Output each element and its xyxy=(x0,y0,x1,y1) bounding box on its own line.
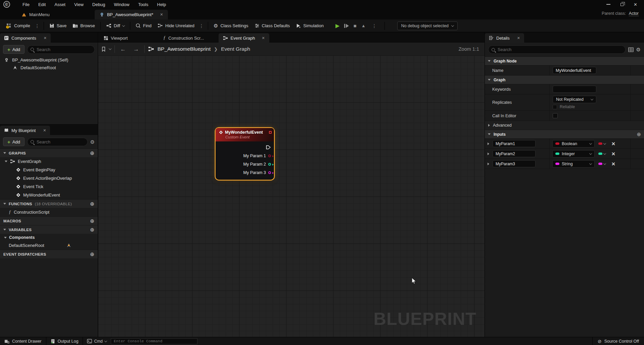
minimize-icon[interactable] xyxy=(606,4,610,5)
close-tab-icon[interactable]: ✕ xyxy=(160,12,163,17)
graphs-section-header[interactable]: GRAPHS ⊕ xyxy=(0,148,98,157)
param1-container-type-dropdown[interactable] xyxy=(598,142,606,145)
frame-skip-icon[interactable] xyxy=(344,24,349,28)
param2-container-type-dropdown[interactable] xyxy=(598,153,606,155)
details-search-input[interactable] xyxy=(498,47,622,52)
back-arrow-icon[interactable]: ← xyxy=(118,46,128,52)
add-macro-icon[interactable]: ⊕ xyxy=(90,218,94,223)
add-input-icon[interactable]: ⊕ xyxy=(637,131,641,137)
event-begin-play-item[interactable]: Event BeginPlay xyxy=(0,166,98,174)
graph-node-category[interactable]: Graph Node xyxy=(485,56,644,65)
diff-button[interactable]: Diff xyxy=(103,21,128,30)
construction-script-item[interactable]: ƒ ConstructionScript xyxy=(0,208,98,216)
param1-type-dropdown[interactable]: Boolean xyxy=(552,140,595,147)
name-input[interactable] xyxy=(553,67,596,74)
cmd-selector[interactable]: Cmd xyxy=(83,337,110,345)
expand-triangle-icon[interactable] xyxy=(488,142,489,145)
delegate-pin[interactable] xyxy=(269,131,272,134)
close-event-graph-icon[interactable]: ✕ xyxy=(262,36,265,40)
param1-name-input[interactable] xyxy=(493,140,536,147)
forward-arrow-icon[interactable]: → xyxy=(131,46,141,52)
menu-asset[interactable]: Asset xyxy=(50,0,70,9)
tab-viewport[interactable]: Viewport xyxy=(99,33,132,43)
debug-object-dropdown[interactable]: No debug object selected xyxy=(397,21,458,30)
my-blueprint-search[interactable] xyxy=(27,138,88,146)
replicates-dropdown[interactable]: Not Replicated xyxy=(553,96,596,103)
functions-section-header[interactable]: FUNCTIONS (18 OVERRIDABLE) ⊕ xyxy=(0,199,98,208)
tab-my-blueprint[interactable]: My Blueprint ✕ xyxy=(0,126,50,135)
details-search[interactable] xyxy=(488,45,626,54)
keywords-input[interactable] xyxy=(553,86,596,93)
add-function-icon[interactable]: ⊕ xyxy=(90,201,94,206)
remove-param2-icon[interactable]: ✕ xyxy=(611,151,615,157)
string-pin-icon[interactable] xyxy=(268,171,271,174)
blueprint-settings-gear-icon[interactable]: ⚙ xyxy=(90,139,95,144)
remove-param1-icon[interactable]: ✕ xyxy=(611,141,615,146)
details-settings-gear-icon[interactable]: ⚙ xyxy=(636,47,641,52)
close-details-icon[interactable]: ✕ xyxy=(517,36,520,40)
content-drawer-button[interactable]: Content Drawer xyxy=(0,337,46,345)
param2-name-input[interactable] xyxy=(493,150,536,157)
inputs-category[interactable]: Inputs ⊕ xyxy=(485,130,644,138)
param3-name-input[interactable] xyxy=(493,160,536,167)
close-my-blueprint-icon[interactable]: ✕ xyxy=(43,128,46,133)
class-defaults-button[interactable]: Class Defaults xyxy=(251,21,293,30)
event-dispatchers-section-header[interactable]: EVENT DISPATCHERS ⊕ xyxy=(0,250,98,258)
stop-icon[interactable]: ■ xyxy=(354,23,357,28)
variables-default-scene-root-item[interactable]: DefaultSceneRoot xyxy=(0,241,98,250)
param3-container-type-dropdown[interactable] xyxy=(598,163,606,165)
param3-type-dropdown[interactable]: String xyxy=(552,160,595,168)
variables-section-header[interactable]: VARIABLES ⊕ xyxy=(0,225,98,234)
display-filter-icon[interactable] xyxy=(628,47,634,52)
add-component-button[interactable]: + Add xyxy=(3,45,25,54)
remove-param3-icon[interactable]: ✕ xyxy=(611,161,615,167)
event-tick-item[interactable]: Event Tick xyxy=(0,182,98,191)
output-log-button[interactable]: Output Log xyxy=(46,337,83,345)
components-search[interactable] xyxy=(27,45,95,54)
component-tree-root[interactable]: BP_AwesomeBlueprint (Self) xyxy=(0,56,98,64)
variables-components-group[interactable]: Components xyxy=(0,234,98,241)
restore-icon[interactable] xyxy=(620,3,624,6)
menu-help[interactable]: Help xyxy=(153,0,171,9)
play-options-kebab-icon[interactable]: ⋮ xyxy=(370,22,378,30)
console-command-input[interactable] xyxy=(111,338,197,344)
tab-mainmenu[interactable]: MainMenu xyxy=(17,10,54,19)
eject-icon[interactable]: ▲ xyxy=(361,24,366,28)
find-button[interactable]: Find xyxy=(133,21,154,30)
hide-unrelated-button[interactable]: Hide Unrelated xyxy=(154,21,197,30)
compile-button[interactable]: ? Compile xyxy=(3,21,33,31)
source-control-button[interactable]: ⊘ Source Control Off xyxy=(592,337,644,345)
close-components-icon[interactable]: ✕ xyxy=(44,36,47,40)
event-graph-canvas[interactable]: MyWonderfulEvent Custom Event My Param 1… xyxy=(98,55,485,337)
node-header[interactable]: MyWonderfulEvent Custom Event xyxy=(216,128,274,141)
bookmark-chevron-icon[interactable] xyxy=(109,47,111,50)
save-button[interactable]: Save xyxy=(46,21,70,30)
add-blueprint-item-button[interactable]: + Add xyxy=(3,137,25,146)
tab-components[interactable]: Components ✕ xyxy=(0,33,51,43)
add-event-dispatcher-icon[interactable]: ⊕ xyxy=(90,252,94,257)
my-blueprint-search-input[interactable] xyxy=(37,139,84,144)
compile-options-kebab-icon[interactable]: ⋮ xyxy=(33,22,41,30)
menu-view[interactable]: View xyxy=(70,0,88,9)
add-graph-icon[interactable]: ⊕ xyxy=(90,150,94,156)
tab-construction-script[interactable]: ƒ Construction Scr... xyxy=(159,33,208,43)
parent-class-value[interactable]: Actor xyxy=(629,11,639,16)
component-tree-child[interactable]: DefaultSceneRoot xyxy=(0,64,98,72)
play-icon[interactable]: ▶ xyxy=(335,23,339,29)
breadcrumb-blueprint[interactable]: BP_AwesomeBlueprint xyxy=(157,46,211,52)
menu-tools[interactable]: Tools xyxy=(134,0,152,9)
breadcrumb-event-graph[interactable]: Event Graph xyxy=(221,46,250,52)
tab-event-graph[interactable]: Event Graph ✕ xyxy=(219,33,269,43)
macros-section-header[interactable]: MACROS ⊕ xyxy=(0,216,98,225)
event-actor-begin-overlap-item[interactable]: Event ActorBeginOverlap xyxy=(0,174,98,182)
browse-button[interactable]: Browse xyxy=(70,21,98,30)
boolean-pin-icon[interactable] xyxy=(268,155,271,157)
menu-debug[interactable]: Debug xyxy=(88,0,109,9)
add-variable-icon[interactable]: ⊕ xyxy=(90,227,94,232)
menu-edit[interactable]: Edit xyxy=(34,0,50,9)
my-wonderful-event-item[interactable]: MyWonderfulEvent xyxy=(0,191,98,199)
event-graph-item[interactable]: EventGraph xyxy=(0,157,98,166)
tab-blueprint[interactable]: BP_AwesomeBlueprint* ✕ xyxy=(95,10,168,19)
param2-type-dropdown[interactable]: Integer xyxy=(552,150,595,158)
exec-pin-icon[interactable] xyxy=(266,145,271,149)
